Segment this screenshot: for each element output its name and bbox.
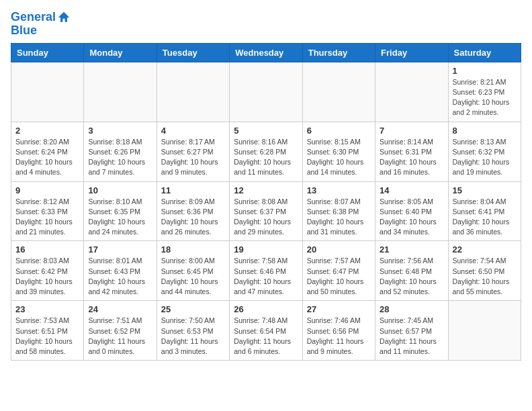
calendar-cell	[157, 62, 229, 122]
header: General Blue	[11, 11, 521, 38]
day-number: 18	[161, 244, 225, 255]
calendar-cell: 23Sunrise: 7:53 AM Sunset: 6:51 PM Dayli…	[11, 301, 84, 361]
day-info: Sunrise: 8:08 AM Sunset: 6:37 PM Dayligh…	[234, 197, 298, 238]
day-number: 9	[15, 185, 79, 195]
weekday-header-sunday: Sunday	[11, 43, 84, 62]
logo: General Blue	[11, 11, 71, 38]
day-number: 21	[380, 244, 443, 255]
day-number: 12	[234, 185, 298, 195]
day-info: Sunrise: 8:00 AM Sunset: 6:45 PM Dayligh…	[161, 256, 225, 297]
weekday-header-thursday: Thursday	[302, 43, 375, 62]
day-number: 5	[234, 126, 298, 136]
calendar-cell: 15Sunrise: 8:04 AM Sunset: 6:41 PM Dayli…	[448, 181, 521, 241]
calendar-cell	[302, 62, 375, 122]
calendar-cell	[11, 62, 84, 122]
day-info: Sunrise: 7:54 AM Sunset: 6:50 PM Dayligh…	[453, 256, 517, 297]
day-info: Sunrise: 7:58 AM Sunset: 6:46 PM Dayligh…	[234, 256, 298, 297]
calendar: SundayMondayTuesdayWednesdayThursdayFrid…	[11, 43, 521, 361]
calendar-cell: 11Sunrise: 8:09 AM Sunset: 6:36 PM Dayli…	[157, 181, 229, 241]
day-info: Sunrise: 8:18 AM Sunset: 6:26 PM Dayligh…	[88, 137, 152, 178]
day-info: Sunrise: 8:09 AM Sunset: 6:36 PM Dayligh…	[161, 197, 225, 238]
calendar-cell: 7Sunrise: 8:14 AM Sunset: 6:31 PM Daylig…	[375, 122, 448, 181]
day-info: Sunrise: 8:13 AM Sunset: 6:32 PM Dayligh…	[453, 137, 517, 178]
weekday-header-row: SundayMondayTuesdayWednesdayThursdayFrid…	[11, 43, 521, 62]
day-number: 25	[161, 304, 225, 314]
day-number: 16	[15, 244, 79, 255]
calendar-cell: 5Sunrise: 8:16 AM Sunset: 6:28 PM Daylig…	[230, 122, 302, 181]
calendar-cell: 8Sunrise: 8:13 AM Sunset: 6:32 PM Daylig…	[448, 122, 521, 181]
calendar-cell: 24Sunrise: 7:51 AM Sunset: 6:52 PM Dayli…	[84, 301, 157, 361]
day-info: Sunrise: 7:45 AM Sunset: 6:57 PM Dayligh…	[380, 316, 443, 357]
calendar-cell: 21Sunrise: 7:56 AM Sunset: 6:48 PM Dayli…	[375, 241, 448, 301]
calendar-cell: 28Sunrise: 7:45 AM Sunset: 6:57 PM Dayli…	[375, 301, 448, 361]
day-number: 24	[88, 304, 152, 314]
calendar-cell: 9Sunrise: 8:12 AM Sunset: 6:33 PM Daylig…	[11, 181, 84, 241]
day-number: 28	[380, 304, 443, 314]
weekday-header-wednesday: Wednesday	[230, 43, 302, 62]
day-number: 22	[453, 244, 517, 255]
calendar-cell: 3Sunrise: 8:18 AM Sunset: 6:26 PM Daylig…	[84, 122, 157, 181]
calendar-cell: 6Sunrise: 8:15 AM Sunset: 6:30 PM Daylig…	[302, 122, 375, 181]
day-info: Sunrise: 8:15 AM Sunset: 6:30 PM Dayligh…	[307, 137, 371, 178]
page: General Blue SundayMondayTuesdayWednesda…	[0, 0, 532, 371]
calendar-cell: 16Sunrise: 8:03 AM Sunset: 6:42 PM Dayli…	[11, 241, 84, 301]
calendar-cell: 22Sunrise: 7:54 AM Sunset: 6:50 PM Dayli…	[448, 241, 521, 301]
calendar-cell: 4Sunrise: 8:17 AM Sunset: 6:27 PM Daylig…	[157, 122, 229, 181]
day-info: Sunrise: 7:57 AM Sunset: 6:47 PM Dayligh…	[307, 256, 371, 297]
calendar-cell	[230, 62, 302, 122]
day-number: 17	[88, 244, 152, 255]
week-row-1: 2Sunrise: 8:20 AM Sunset: 6:24 PM Daylig…	[11, 122, 521, 181]
day-info: Sunrise: 8:16 AM Sunset: 6:28 PM Dayligh…	[234, 137, 298, 178]
week-row-2: 9Sunrise: 8:12 AM Sunset: 6:33 PM Daylig…	[11, 181, 521, 241]
day-info: Sunrise: 8:17 AM Sunset: 6:27 PM Dayligh…	[161, 137, 225, 178]
day-info: Sunrise: 8:01 AM Sunset: 6:43 PM Dayligh…	[88, 256, 152, 297]
calendar-cell	[448, 301, 521, 361]
day-number: 26	[234, 304, 298, 314]
day-info: Sunrise: 7:56 AM Sunset: 6:48 PM Dayligh…	[380, 256, 443, 297]
calendar-cell: 25Sunrise: 7:50 AM Sunset: 6:53 PM Dayli…	[157, 301, 229, 361]
day-number: 27	[307, 304, 371, 314]
day-number: 6	[307, 126, 371, 136]
calendar-cell: 17Sunrise: 8:01 AM Sunset: 6:43 PM Dayli…	[84, 241, 157, 301]
day-info: Sunrise: 7:51 AM Sunset: 6:52 PM Dayligh…	[88, 316, 152, 357]
day-number: 4	[161, 126, 225, 136]
day-info: Sunrise: 7:46 AM Sunset: 6:56 PM Dayligh…	[307, 316, 371, 357]
day-number: 3	[88, 126, 152, 136]
day-info: Sunrise: 7:48 AM Sunset: 6:54 PM Dayligh…	[234, 316, 298, 357]
calendar-cell: 14Sunrise: 8:05 AM Sunset: 6:40 PM Dayli…	[375, 181, 448, 241]
day-number: 2	[15, 126, 79, 136]
calendar-cell: 19Sunrise: 7:58 AM Sunset: 6:46 PM Dayli…	[230, 241, 302, 301]
calendar-cell: 12Sunrise: 8:08 AM Sunset: 6:37 PM Dayli…	[230, 181, 302, 241]
day-info: Sunrise: 8:03 AM Sunset: 6:42 PM Dayligh…	[15, 256, 79, 297]
logo-icon	[57, 11, 71, 24]
day-info: Sunrise: 8:14 AM Sunset: 6:31 PM Dayligh…	[380, 137, 443, 178]
day-info: Sunrise: 8:07 AM Sunset: 6:38 PM Dayligh…	[307, 197, 371, 238]
calendar-cell	[84, 62, 157, 122]
logo-blue: Blue	[11, 24, 71, 38]
week-row-4: 23Sunrise: 7:53 AM Sunset: 6:51 PM Dayli…	[11, 301, 521, 361]
calendar-cell: 26Sunrise: 7:48 AM Sunset: 6:54 PM Dayli…	[230, 301, 302, 361]
calendar-cell	[375, 62, 448, 122]
weekday-header-tuesday: Tuesday	[157, 43, 229, 62]
day-number: 13	[307, 185, 371, 195]
calendar-cell: 13Sunrise: 8:07 AM Sunset: 6:38 PM Dayli…	[302, 181, 375, 241]
calendar-cell: 1Sunrise: 8:21 AM Sunset: 6:23 PM Daylig…	[448, 62, 521, 122]
day-number: 8	[453, 126, 517, 136]
week-row-0: 1Sunrise: 8:21 AM Sunset: 6:23 PM Daylig…	[11, 62, 521, 122]
day-info: Sunrise: 8:12 AM Sunset: 6:33 PM Dayligh…	[15, 197, 79, 238]
weekday-header-friday: Friday	[375, 43, 448, 62]
day-number: 10	[88, 185, 152, 195]
day-info: Sunrise: 8:10 AM Sunset: 6:35 PM Dayligh…	[88, 197, 152, 238]
day-number: 23	[15, 304, 79, 314]
day-number: 20	[307, 244, 371, 255]
day-info: Sunrise: 8:05 AM Sunset: 6:40 PM Dayligh…	[380, 197, 443, 238]
calendar-cell: 10Sunrise: 8:10 AM Sunset: 6:35 PM Dayli…	[84, 181, 157, 241]
day-number: 1	[453, 66, 517, 76]
weekday-header-saturday: Saturday	[448, 43, 521, 62]
day-info: Sunrise: 8:04 AM Sunset: 6:41 PM Dayligh…	[453, 197, 517, 238]
day-info: Sunrise: 8:20 AM Sunset: 6:24 PM Dayligh…	[15, 137, 79, 178]
calendar-cell: 20Sunrise: 7:57 AM Sunset: 6:47 PM Dayli…	[302, 241, 375, 301]
calendar-cell: 2Sunrise: 8:20 AM Sunset: 6:24 PM Daylig…	[11, 122, 84, 181]
day-number: 7	[380, 126, 443, 136]
day-info: Sunrise: 8:21 AM Sunset: 6:23 PM Dayligh…	[453, 77, 517, 118]
